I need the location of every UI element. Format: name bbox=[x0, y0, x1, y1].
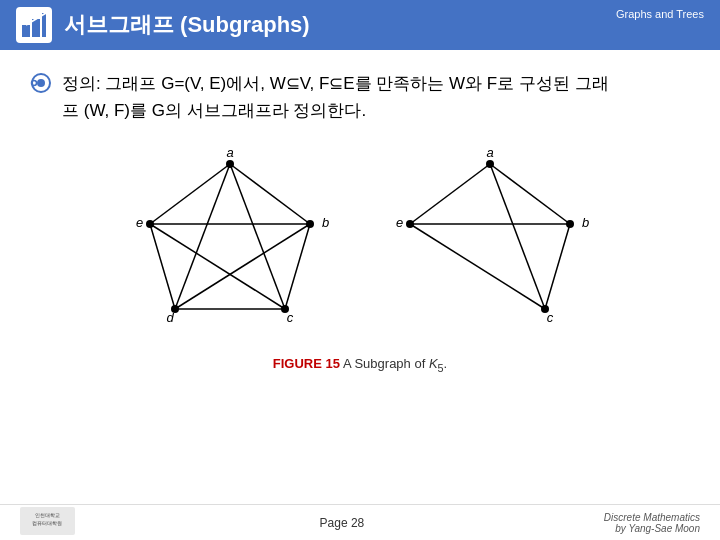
svg-text:a: a bbox=[226, 145, 233, 160]
svg-text:e: e bbox=[136, 215, 143, 230]
svg-line-27 bbox=[410, 164, 490, 224]
footer-page: Page 28 bbox=[320, 516, 365, 530]
graph-k5: a b c d e bbox=[130, 144, 330, 338]
svg-point-4 bbox=[37, 79, 45, 87]
svg-text:e: e bbox=[396, 215, 403, 230]
svg-point-20 bbox=[146, 220, 154, 228]
svg-line-11 bbox=[175, 224, 310, 309]
svg-point-33 bbox=[566, 220, 574, 228]
svg-line-8 bbox=[175, 164, 230, 309]
svg-point-5 bbox=[32, 81, 37, 86]
footer-logo-text: 인천대학교 컴퓨터대학원 bbox=[20, 507, 75, 538]
svg-point-17 bbox=[306, 220, 314, 228]
svg-line-14 bbox=[150, 224, 285, 309]
svg-line-28 bbox=[545, 224, 570, 309]
svg-text:a: a bbox=[486, 145, 493, 160]
bullet-icon bbox=[30, 72, 52, 94]
svg-line-7 bbox=[230, 164, 285, 309]
svg-text:b: b bbox=[322, 215, 329, 230]
svg-line-29 bbox=[410, 224, 545, 309]
page-title: 서브그래프 (Subgraphs) bbox=[64, 10, 310, 40]
graphs-row: a b c d e bbox=[130, 144, 590, 338]
footer-logo: 인천대학교 컴퓨터대학원 bbox=[20, 509, 80, 537]
svg-text:b: b bbox=[582, 215, 589, 230]
svg-rect-2 bbox=[42, 13, 46, 37]
svg-text:컴퓨터대학원: 컴퓨터대학원 bbox=[32, 520, 62, 526]
svg-rect-0 bbox=[22, 25, 30, 37]
figures-area: a b c d e bbox=[30, 144, 690, 374]
figure-caption-text: A Subgraph of bbox=[343, 356, 429, 371]
definition-text: 정의: 그래프 G=(V, E)에서, W⊆V, F⊆E를 만족하는 W와 F로… bbox=[62, 70, 609, 124]
header: 서브그래프 (Subgraphs) Graphs and Trees bbox=[0, 0, 720, 50]
definition-block: 정의: 그래프 G=(V, E)에서, W⊆V, F⊆E를 만족하는 W와 F로… bbox=[30, 70, 690, 124]
header-icon bbox=[16, 7, 52, 43]
figure-caption: FIGURE 15 A Subgraph of K5. bbox=[273, 356, 447, 374]
main-content: 정의: 그래프 G=(V, E)에서, W⊆V, F⊆E를 만족하는 W와 F로… bbox=[0, 50, 720, 384]
figure-label: FIGURE 15 bbox=[273, 356, 340, 371]
svg-line-31 bbox=[490, 164, 545, 309]
graph-subgraph: a b c e bbox=[390, 144, 590, 338]
figure-k-italic: K bbox=[429, 356, 438, 371]
header-subtitle: Graphs and Trees bbox=[616, 8, 704, 20]
svg-text:인천대학교: 인천대학교 bbox=[35, 512, 60, 518]
footer-credit: Discrete Mathematics by Yang-Sae Moon bbox=[604, 512, 700, 534]
svg-point-32 bbox=[486, 160, 494, 168]
svg-point-35 bbox=[406, 220, 414, 228]
svg-text:c: c bbox=[547, 310, 554, 325]
figure-caption-end: . bbox=[444, 356, 448, 371]
svg-point-16 bbox=[226, 160, 234, 168]
footer: 인천대학교 컴퓨터대학원 Page 28 Discrete Mathematic… bbox=[0, 504, 720, 540]
svg-text:d: d bbox=[166, 310, 174, 325]
svg-text:c: c bbox=[287, 310, 294, 325]
